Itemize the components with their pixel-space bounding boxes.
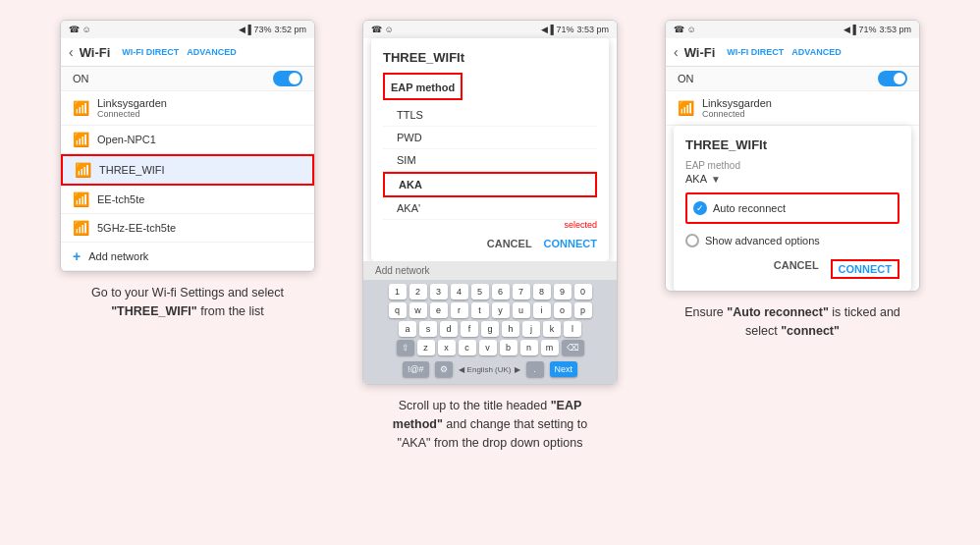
cancel-button-2[interactable]: CANCEL (487, 238, 532, 249)
key-f[interactable]: f (461, 321, 478, 337)
add-network-label: Add network (88, 250, 148, 262)
on-label-1: ON (73, 73, 89, 84)
net-info-linksys-3: Linksysgarden Connected (702, 97, 772, 119)
key-9[interactable]: 9 (554, 284, 572, 300)
wifi-icon-linksys: 📶 (73, 100, 89, 116)
network-5ghz-ee[interactable]: 📶 5GHz-EE-tch5te (61, 214, 314, 243)
key-period[interactable]: . (526, 361, 544, 377)
key-1[interactable]: 1 (389, 284, 407, 300)
key-m[interactable]: m (541, 340, 559, 355)
key-q[interactable]: q (389, 302, 407, 318)
key-3[interactable]: 3 (430, 284, 448, 300)
net-name-three: THREE_WIFI (99, 164, 165, 176)
wifi-toggle-3[interactable] (878, 71, 907, 86)
network-linksys-3[interactable]: 📶 Linksysgarden Connected (666, 91, 919, 126)
connect-button-2[interactable]: CONNECT (544, 238, 597, 249)
caption-3-bold: "Auto reconnect" (727, 305, 829, 319)
lang-label: English (UK) (467, 365, 512, 374)
key-v[interactable]: v (479, 340, 497, 355)
key-d[interactable]: d (440, 321, 458, 337)
key-r[interactable]: r (451, 302, 468, 318)
screenshot-block-2: ☎ ☺ ◀▐ 71% 3:53 pm THREE_WIFIt EAP metho… (353, 20, 627, 452)
wifi-icon-5ghz: 📶 (73, 220, 89, 236)
dropdown-pwd[interactable]: PWD (383, 127, 597, 149)
dialog-title-2: THREE_WIFIt (383, 50, 597, 65)
tab-advanced-3[interactable]: ADVANCED (791, 47, 841, 57)
key-c[interactable]: c (459, 340, 476, 355)
wifi-toggle-1[interactable] (273, 71, 302, 86)
key-gear[interactable]: ⚙ (435, 361, 453, 377)
lang-bar: !@# ⚙ ◀ English (UK) ▶ . Next (365, 358, 615, 380)
selected-label: selected (383, 220, 597, 230)
key-o[interactable]: o (554, 302, 572, 318)
key-7[interactable]: 7 (513, 284, 530, 300)
network-open-npc1[interactable]: 📶 Open-NPC1 (61, 126, 314, 154)
dropdown-aka[interactable]: AKA (383, 172, 597, 197)
key-p[interactable]: p (574, 302, 592, 318)
key-5[interactable]: 5 (471, 284, 489, 300)
key-z[interactable]: z (417, 340, 435, 355)
status-icons-1: ☎ ☺ (69, 25, 91, 34)
time-3: 3:53 pm (879, 25, 911, 34)
key-e[interactable]: e (430, 302, 448, 318)
key-8[interactable]: 8 (533, 284, 551, 300)
caption-3-bold2: "connect" (781, 324, 840, 338)
key-j[interactable]: j (522, 321, 540, 337)
network-three-wifi[interactable]: 📶 THREE_WIFI (61, 154, 314, 186)
key-l[interactable]: l (564, 321, 581, 337)
screenshots-row: ☎ ☺ ◀▐ 73% 3:52 pm ‹ Wi-Fi WI-FI DIRECT … (50, 20, 930, 452)
key-row-numbers: 1 2 3 4 5 6 7 8 9 0 (365, 284, 615, 300)
tab-wifi-direct-1[interactable]: WI-FI DIRECT (122, 47, 179, 57)
key-y[interactable]: y (492, 302, 510, 318)
key-2[interactable]: 2 (409, 284, 427, 300)
key-b[interactable]: b (500, 340, 517, 355)
caption-1-bold: "THREE_WIFI" (111, 304, 197, 318)
tab-advanced-1[interactable]: ADVANCED (187, 47, 236, 57)
key-0[interactable]: 0 (574, 284, 592, 300)
status-icons-3: ☎ ☺ (674, 25, 696, 34)
key-a[interactable]: a (399, 321, 416, 337)
lang-arrow-right: ▶ (515, 365, 520, 374)
key-next[interactable]: Next (550, 361, 578, 377)
key-u[interactable]: u (513, 302, 530, 318)
dropdown-ttls[interactable]: TTLS (383, 104, 597, 127)
phone-screen-3: ☎ ☺ ◀▐ 71% 3:53 pm ‹ Wi-Fi WI-FI DIRECT … (665, 20, 920, 292)
net-name-open-npc1: Open-NPC1 (97, 134, 156, 145)
key-x[interactable]: x (438, 340, 456, 355)
network-ee-tch5te[interactable]: 📶 EE-tch5te (61, 186, 314, 214)
key-4[interactable]: 4 (451, 284, 468, 300)
key-t[interactable]: t (471, 302, 489, 318)
nav-tabs-1: WI-FI DIRECT ADVANCED (122, 47, 236, 57)
auto-reconnect-checkbox[interactable]: ✓ (693, 201, 707, 215)
time-1: 3:52 pm (274, 25, 306, 34)
status-bar-2: ☎ ☺ ◀▐ 71% 3:53 pm (363, 21, 617, 38)
network-add[interactable]: + Add network (61, 243, 314, 271)
lang-selector[interactable]: ◀ English (UK) ▶ (459, 365, 520, 374)
key-i[interactable]: i (533, 302, 551, 318)
network-linksys-1[interactable]: 📶 Linksysgarden Connected (61, 91, 314, 126)
keyboard-2: 1 2 3 4 5 6 7 8 9 0 q w e r t y (363, 280, 617, 384)
back-arrow-3[interactable]: ‹ (674, 44, 679, 60)
key-g[interactable]: g (481, 321, 499, 337)
key-sym[interactable]: !@# (403, 361, 429, 377)
dropdown-aka-prime[interactable]: AKA' (383, 197, 597, 220)
key-s[interactable]: s (419, 321, 437, 337)
key-w[interactable]: w (409, 302, 427, 318)
back-arrow-1[interactable]: ‹ (69, 44, 74, 60)
dropdown-sim[interactable]: SIM (383, 149, 597, 172)
key-k[interactable]: k (543, 321, 561, 337)
key-h[interactable]: h (502, 321, 519, 337)
cancel-button-3[interactable]: CANCEL (774, 259, 819, 279)
dropdown-list: TTLS PWD SIM AKA AKA' (383, 104, 597, 220)
key-n[interactable]: n (520, 340, 538, 355)
key-shift[interactable]: ⇧ (397, 340, 414, 355)
connect-button-3[interactable]: CONNECT (831, 259, 899, 279)
screenshot-block-1: ☎ ☺ ◀▐ 73% 3:52 pm ‹ Wi-Fi WI-FI DIRECT … (50, 20, 325, 321)
wifi-title-1: Wi-Fi (80, 45, 111, 60)
key-6[interactable]: 6 (492, 284, 510, 300)
show-advanced-checkbox[interactable] (685, 234, 699, 247)
status-bar-left-1: ☎ ☺ (69, 25, 91, 34)
key-backspace[interactable]: ⌫ (562, 340, 584, 355)
auto-reconnect-checkbox-row: ✓ Auto reconnect (693, 197, 892, 219)
tab-wifi-direct-3[interactable]: WI-FI DIRECT (727, 47, 784, 57)
